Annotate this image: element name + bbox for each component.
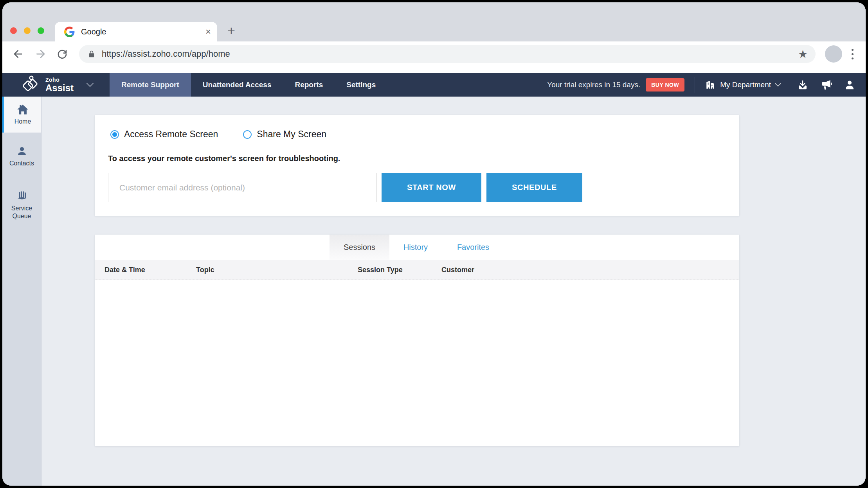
- column-header-date-time: Date & Time: [104, 260, 145, 280]
- sidebar-item-home[interactable]: Home: [2, 97, 41, 133]
- contacts-icon: [16, 146, 27, 157]
- column-header-session-type: Session Type: [358, 260, 403, 280]
- schedule-button[interactable]: SCHEDULE: [486, 173, 582, 202]
- sidebar-item-service-queue[interactable]: ServiceQueue: [2, 185, 41, 226]
- start-now-button[interactable]: START NOW: [382, 173, 481, 202]
- tab-sessions[interactable]: Sessions: [330, 235, 389, 260]
- url-bar[interactable]: https://assist.zoho.com/app/home ★: [79, 45, 816, 63]
- department-selector[interactable]: My Department: [705, 80, 786, 90]
- session-description: To access your remote customer's screen …: [108, 154, 340, 163]
- radio-share-my-screen[interactable]: Share My Screen: [243, 129, 326, 140]
- sidebar-item-contacts[interactable]: Contacts: [2, 140, 41, 173]
- app-top-nav: Zoho Assist Remote Support Unattended Ac…: [2, 73, 866, 97]
- forward-icon[interactable]: [34, 48, 46, 60]
- maximize-window-button[interactable]: [38, 27, 44, 34]
- download-icon[interactable]: [797, 79, 809, 91]
- nav-item-remote-support[interactable]: Remote Support: [110, 73, 191, 97]
- trial-expiry-text: Your trial expires in 15 days.: [547, 81, 640, 89]
- sessions-tab-row: Sessions History Favorites: [95, 235, 739, 260]
- reload-icon[interactable]: [56, 48, 68, 60]
- home-icon: [17, 104, 29, 115]
- sessions-panel: Sessions History Favorites Date & Time T…: [95, 235, 739, 446]
- announcement-icon[interactable]: [819, 79, 833, 91]
- tab-favorites[interactable]: Favorites: [448, 235, 498, 260]
- brand-chevron-down-icon[interactable]: [86, 83, 94, 87]
- radio-access-remote-screen[interactable]: Access Remote Screen: [110, 129, 218, 140]
- column-header-topic: Topic: [196, 260, 214, 280]
- sidebar-item-label: ServiceQueue: [11, 205, 32, 220]
- user-icon[interactable]: [844, 79, 855, 91]
- nav-item-reports[interactable]: Reports: [283, 73, 335, 97]
- radio-selected-icon[interactable]: [110, 130, 119, 139]
- department-building-icon: [705, 80, 715, 90]
- sidebar-item-label: Home: [14, 118, 31, 126]
- kebab-menu-icon[interactable]: [852, 49, 854, 59]
- radio-unselected-icon[interactable]: [243, 130, 252, 139]
- main-content: Access Remote Screen Share My Screen To …: [41, 97, 866, 486]
- start-session-panel: Access Remote Screen Share My Screen To …: [95, 115, 739, 216]
- google-favicon: [64, 27, 75, 37]
- sidebar-item-label: Contacts: [9, 160, 34, 167]
- browser-tab-strip: Google × +: [2, 2, 866, 41]
- star-icon[interactable]: ★: [798, 48, 808, 61]
- browser-tab[interactable]: Google ×: [55, 22, 217, 41]
- column-header-customer: Customer: [441, 260, 474, 280]
- brand-assist-label: Assist: [45, 83, 74, 93]
- department-chevron-down-icon: [775, 83, 786, 87]
- minimize-window-button[interactable]: [24, 27, 31, 34]
- customer-email-input[interactable]: [108, 173, 377, 202]
- nav-item-unattended-access[interactable]: Unattended Access: [191, 73, 283, 97]
- lock-icon: [88, 49, 95, 59]
- zoho-assist-brand[interactable]: Zoho Assist: [2, 73, 94, 97]
- page-top-gap: [2, 66, 866, 73]
- new-tab-button[interactable]: +: [223, 23, 239, 38]
- sessions-table-header: Date & Time Topic Session Type Customer: [95, 260, 739, 280]
- browser-avatar[interactable]: [825, 45, 842, 63]
- brand-zoho-label: Zoho: [45, 77, 74, 83]
- left-sidebar: Home Contacts: [2, 97, 41, 486]
- zoho-assist-logo: [21, 75, 40, 95]
- service-queue-icon: [16, 190, 28, 202]
- department-label: My Department: [720, 81, 771, 89]
- sessions-table-body: [95, 280, 739, 446]
- url-text[interactable]: https://assist.zoho.com/app/home: [102, 49, 798, 59]
- traffic-lights: [10, 27, 44, 34]
- tab-history[interactable]: History: [394, 235, 437, 260]
- browser-toolbar: https://assist.zoho.com/app/home ★: [2, 41, 866, 66]
- tab-title: Google: [81, 27, 205, 36]
- close-tab-icon[interactable]: ×: [205, 27, 211, 36]
- nav-divider: [695, 77, 695, 93]
- buy-now-button[interactable]: BUY NOW: [646, 78, 684, 92]
- close-window-button[interactable]: [10, 27, 17, 34]
- nav-item-settings[interactable]: Settings: [335, 73, 387, 97]
- app-nav-items: Remote Support Unattended Access Reports…: [110, 73, 387, 97]
- back-icon[interactable]: [13, 48, 24, 60]
- browser-window: Google × + https://assist.zoho.com/app/h…: [2, 2, 866, 486]
